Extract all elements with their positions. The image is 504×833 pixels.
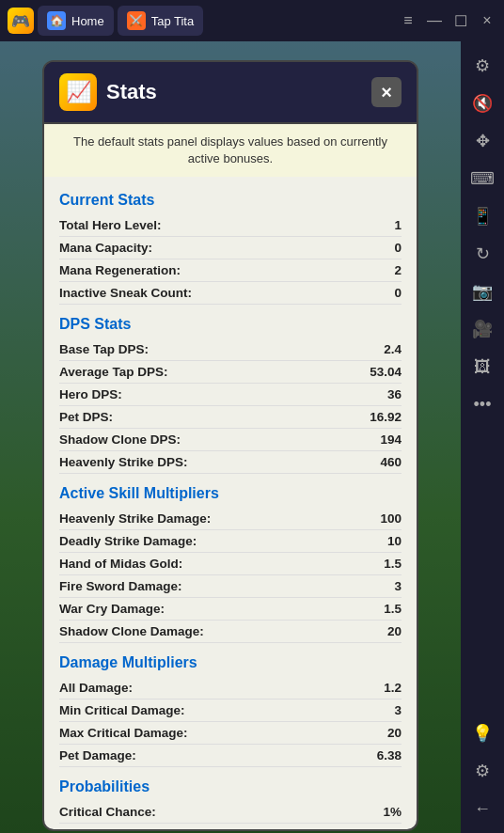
stat-value: 10 — [387, 534, 402, 548]
sidebar-camera-icon[interactable]: 📷 — [465, 275, 499, 308]
stat-label: Hero DPS: — [59, 387, 122, 401]
table-row: Deadly Strike Damage:10 — [59, 530, 402, 553]
table-row: Critical Chance:1% — [59, 801, 402, 824]
table-row: Mana Capacity:0 — [59, 237, 402, 259]
sidebar-rotate-icon[interactable]: ↻ — [465, 237, 499, 271]
stats-icon: 📈 — [59, 73, 97, 111]
sidebar-sound-icon[interactable]: 🔇 — [465, 86, 499, 120]
table-row: Hero DPS:36 — [59, 384, 402, 406]
stat-label: Heavenly Strike Damage: — [59, 511, 211, 526]
stat-label: War Cry Damage: — [59, 602, 165, 616]
close-icon[interactable]: × — [478, 12, 496, 29]
home-tab-icon: 🏠 — [47, 11, 66, 30]
stat-label: Deadly Strike Damage: — [59, 534, 197, 548]
stat-value: 2.4 — [384, 342, 402, 356]
stat-label: Base Tap DPS: — [59, 342, 149, 356]
stat-value: 194 — [380, 432, 402, 447]
minimize-icon[interactable]: — — [425, 12, 444, 29]
stat-label: Fire Sword Damage: — [59, 579, 182, 593]
sidebar-move-icon[interactable]: ✥ — [465, 124, 499, 158]
stat-value: 20 — [387, 624, 402, 638]
stat-value: 1.5 — [384, 602, 402, 616]
modal-header-left: 📈 Stats — [59, 73, 157, 111]
table-row: Total Hero Level:1 — [59, 214, 402, 237]
stat-value: 1% — [383, 805, 402, 819]
sidebar-keyboard-icon[interactable]: ⌨ — [465, 162, 499, 196]
section-header-current-stats: Current Stats — [59, 192, 402, 209]
tab-home[interactable]: 🏠 Home — [38, 6, 114, 36]
stat-value: 53.04 — [370, 365, 402, 379]
tab-game[interactable]: ⚔️ Tap Tita — [118, 6, 204, 36]
modal-header: 📈 Stats × — [44, 62, 417, 124]
table-row: All Damage:1.2 — [59, 677, 402, 699]
maximize-icon[interactable]: ☐ — [451, 12, 470, 30]
table-row: Pet DPS:16.92 — [59, 406, 402, 429]
stat-label: Max Critical Damage: — [59, 726, 188, 740]
section-header-damage-multipliers: Damage Multipliers — [59, 654, 402, 671]
stat-value: 0 — [394, 241, 402, 255]
stat-value: 16.92 — [370, 410, 402, 424]
stat-label: Total Hero Level: — [59, 218, 162, 232]
table-row: War Cry Damage:1.5 — [59, 598, 402, 621]
stat-label: Heavenly Strike DPS: — [59, 455, 188, 469]
stat-value: 20 — [387, 726, 402, 740]
right-sidebar: ⚙ 🔇 ✥ ⌨ 📱 ↻ 📷 🎥 🖼 ••• 💡 ⚙ ← — [461, 41, 504, 833]
stat-label: Mana Capacity: — [59, 241, 152, 255]
stat-value: 1.5 — [384, 557, 402, 571]
stat-label: Pet Damage: — [59, 748, 136, 762]
menu-icon[interactable]: ≡ — [399, 12, 417, 29]
table-row: Fire Sword Damage:3 — [59, 575, 402, 598]
taskbar: 🎮 🏠 Home ⚔️ Tap Tita ≡ — ☐ × — [0, 0, 504, 41]
stat-value: 2 — [394, 263, 402, 277]
table-row: Pet Damage:6.38 — [59, 745, 402, 767]
stat-label: Critical Chance: — [59, 805, 156, 819]
table-row: Shadow Clone Damage:20 — [59, 621, 402, 643]
sidebar-bulb-icon[interactable]: 💡 — [465, 716, 499, 750]
modal-title: Stats — [106, 80, 157, 104]
table-row: Heavenly Strike DPS:460 — [59, 451, 402, 474]
game-background: 📈 Stats × The default stats panel displa… — [0, 41, 461, 833]
stat-label: Shadow Clone Damage: — [59, 624, 204, 638]
section-header-probabilities: Probabilities — [59, 778, 402, 795]
table-row: Mana Regeneration:2 — [59, 259, 402, 282]
sidebar-gear-icon[interactable]: ⚙ — [465, 754, 499, 788]
stat-value: 100 — [380, 511, 402, 526]
table-row: Max Critical Damage:20 — [59, 722, 402, 745]
sidebar-settings-icon[interactable]: ⚙ — [465, 49, 499, 83]
stat-value: 460 — [380, 455, 402, 469]
section-header-dps-stats: DPS Stats — [59, 316, 402, 333]
modal-subtitle: The default stats panel displays values … — [44, 124, 417, 177]
table-row: Heavenly Strike Damage:100 — [59, 508, 402, 530]
sidebar-gallery-icon[interactable]: 🖼 — [465, 350, 499, 384]
table-row: Shadow Clone DPS:194 — [59, 429, 402, 451]
stat-label: Shadow Clone DPS: — [59, 432, 181, 447]
stat-label: Pet DPS: — [59, 410, 113, 424]
game-tab-label: Tap Tita — [151, 14, 195, 28]
stat-value: 1.2 — [384, 681, 402, 695]
home-tab-label: Home — [71, 14, 104, 28]
stat-label: Min Critical Damage: — [59, 703, 185, 717]
stat-label: Average Tap DPS: — [59, 365, 168, 379]
stat-value: 6.38 — [377, 748, 402, 762]
section-header-active-skill-multipliers: Active Skill Multipliers — [59, 485, 402, 502]
table-row: Average Tap DPS:53.04 — [59, 361, 402, 384]
bluestacks-logo[interactable]: 🎮 — [8, 8, 34, 34]
stat-label: All Damage: — [59, 681, 133, 695]
modal-overlay: 📈 Stats × The default stats panel displa… — [0, 41, 461, 833]
stat-label: Inactive Sneak Count: — [59, 286, 192, 300]
table-row: Inactive Sneak Count:0 — [59, 282, 402, 305]
stat-value: 1 — [394, 218, 402, 232]
table-row: Hand of Midas Gold:1.5 — [59, 553, 402, 575]
table-row: Min Critical Damage:3 — [59, 699, 402, 722]
stat-label: Mana Regeneration: — [59, 263, 181, 277]
stat-label: Hand of Midas Gold: — [59, 557, 182, 571]
stat-value: 36 — [387, 387, 402, 401]
sidebar-video-icon[interactable]: 🎥 — [465, 312, 499, 346]
stat-value: 0 — [394, 286, 402, 300]
sidebar-dots-icon[interactable]: ••• — [465, 387, 499, 421]
game-tab-icon: ⚔️ — [127, 11, 146, 30]
stat-value: 3 — [394, 579, 402, 593]
modal-close-button[interactable]: × — [371, 77, 402, 107]
sidebar-phone-icon[interactable]: 📱 — [465, 199, 499, 233]
sidebar-back-icon[interactable]: ← — [465, 792, 499, 825]
